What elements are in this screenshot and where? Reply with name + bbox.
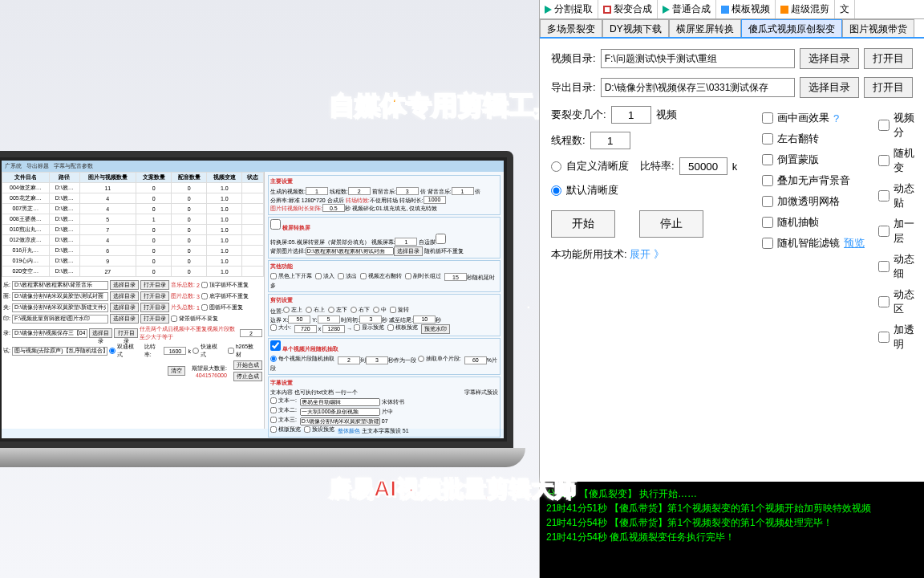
opt2-3-checkbox[interactable] [878,226,890,237]
console-log: 分50秒 【傻瓜裂变】 执行开始…… 21时41分51秒 【傻瓜带货】第1个视频… [540,482,924,578]
laptop-topbar: 广系统导出标题字幕与配音参数 [2,161,504,172]
default-clarity-label: 默认清晰度 [566,183,618,197]
table-row: 012做凉皮…D:\教…4001.0 [2,235,264,246]
opt2-0-checkbox[interactable] [878,120,890,131]
table-row: 005花芝麻…D:\教…4001.0 [2,193,264,204]
main-tabs: 分割提取 裂变合成 普通合成 模板视频 超级混剪 文 [540,0,924,19]
sub-title: 唐易AI视频批量剪辑大师 [329,474,576,504]
subtitle-path[interactable] [12,347,107,356]
video-dir-label: 视频目录: [551,51,596,66]
split-count-input[interactable] [611,106,651,124]
clear-button[interactable]: 清空 [168,366,185,376]
tab-super-mix[interactable]: 超级混剪 [776,0,835,18]
table-row: 008王婆蒸…D:\教…5101.0 [2,214,264,225]
video-dir-select-button[interactable]: 选择目录 [800,48,859,69]
cover-path[interactable] [12,292,108,301]
opt-grid-checkbox[interactable] [762,196,773,207]
subtab-image-goods[interactable]: 图片视频带货 [842,19,914,37]
split-count-label: 要裂变几个: [551,108,606,122]
folder-path[interactable] [12,303,108,312]
options-col1: 画中画效果 ? 左右翻转 倒置蒙版 叠加无声背景音 加微透明网格 随机抽帧 随机… [762,111,865,257]
file-table: 文件目名路径图片与视频数量文案数量配音数量视频变速状态 004做芝麻…D:\教…… [2,172,264,277]
opt-silent-bg-checkbox[interactable] [762,175,773,186]
table-row: 004做芝麻…D:\教…11001.0 [2,183,264,193]
table-row: 010煎出丸…D:\教…7001.0 [2,225,264,235]
tab-normal-compose[interactable]: 普通合成 [658,0,716,18]
opt-smart-filter-checkbox[interactable] [762,238,773,249]
export-dir-select-button[interactable]: 选择目录 [800,77,859,98]
subtab-fool-fission[interactable]: 傻瓜式视频原创裂变 [741,19,842,37]
scissors-icon [780,6,788,14]
square-icon [603,6,611,14]
video-dir-input[interactable] [601,49,795,68]
opt2-6-checkbox[interactable] [878,332,890,343]
custom-clarity-label: 自定义清晰度 [566,159,629,173]
split-unit: 视频 [656,108,677,122]
export-path[interactable] [12,329,87,338]
stop-button[interactable]: 停止合成 [233,372,262,381]
thread-count-input[interactable] [590,132,630,149]
opt-flip-checkbox[interactable] [762,133,773,144]
stop-button[interactable]: 停止 [639,210,703,238]
table-row: 020变空…D:\教…27001.0 [2,267,264,277]
opt2-5-checkbox[interactable] [878,296,890,307]
open-dir-button[interactable]: 打开目录 [140,280,169,290]
video-dir-open-button[interactable]: 打开目 [864,48,913,69]
sub-tabs: 多场景裂变 DY视频下载 横屏竖屏转换 傻瓜式视频原创裂变 图片视频带货 [540,19,924,39]
bitrate-label: 比特率: [640,159,675,173]
tab-text[interactable]: 文 [835,0,855,18]
export-dir-open-button[interactable]: 打开目 [864,77,913,98]
subtab-multi-scene[interactable]: 多场景裂变 [540,19,602,37]
thread-count-label: 线程数: [551,133,586,148]
preview-link[interactable]: 预览 [844,236,865,250]
opt2-1-checkbox[interactable] [878,155,890,166]
music-path[interactable] [12,281,108,290]
tab-split-extract[interactable]: 分割提取 [540,0,598,18]
table-row: 007黑芝…D:\教…4001.0 [2,204,264,214]
export-dir-input[interactable] [601,78,795,97]
tech-expand-link[interactable]: 展开 》 [630,248,664,260]
tech-label: 本功能所用技术: [551,248,627,260]
watermark-path[interactable] [12,315,108,324]
play-icon [545,6,552,14]
right-panel: 分割提取 裂变合成 普通合成 模板视频 超级混剪 文 多场景裂变 DY视频下载 … [539,0,924,578]
play-icon [663,6,670,14]
tab-fission-compose[interactable]: 裂变合成 [598,0,658,18]
subtab-dy-download[interactable]: DY视频下载 [602,19,669,37]
opt2-2-checkbox[interactable] [878,190,890,201]
subtab-orientation[interactable]: 横屏竖屏转换 [669,19,741,37]
main-title: 自媒体专用剪辑工具 [329,88,560,124]
opt2-4-checkbox[interactable] [878,261,890,272]
select-dir-button[interactable]: 选择目录 [110,280,139,290]
custom-clarity-radio[interactable] [551,161,561,172]
bitrate-unit: k [732,161,738,173]
opt-random-frame-checkbox[interactable] [762,217,773,228]
bitrate-input[interactable] [679,157,727,175]
opt-pip-checkbox[interactable] [762,112,773,124]
tab-template-video[interactable]: 模板视频 [716,0,776,18]
table-row: 019心内…D:\教…9001.0 [2,256,264,267]
start-button[interactable]: 开始 [551,210,615,238]
export-dir-label: 导出目录: [551,80,596,95]
default-clarity-radio[interactable] [551,185,561,196]
opt-invert-checkbox[interactable] [762,154,773,165]
template-icon [721,6,729,14]
laptop-mockup: 广系统导出标题字幕与配音参数 文件目名路径图片与视频数量文案数量配音数量视频变速… [0,151,537,504]
help-icon[interactable]: ? [833,112,839,124]
options-col2: 视频分 随机变 动态贴 加一层 动态细 动态区 加透明 [878,111,924,358]
start-button[interactable]: 开始合成 [233,360,262,370]
table-row: 016开丸…D:\教…6001.0 [2,246,264,256]
